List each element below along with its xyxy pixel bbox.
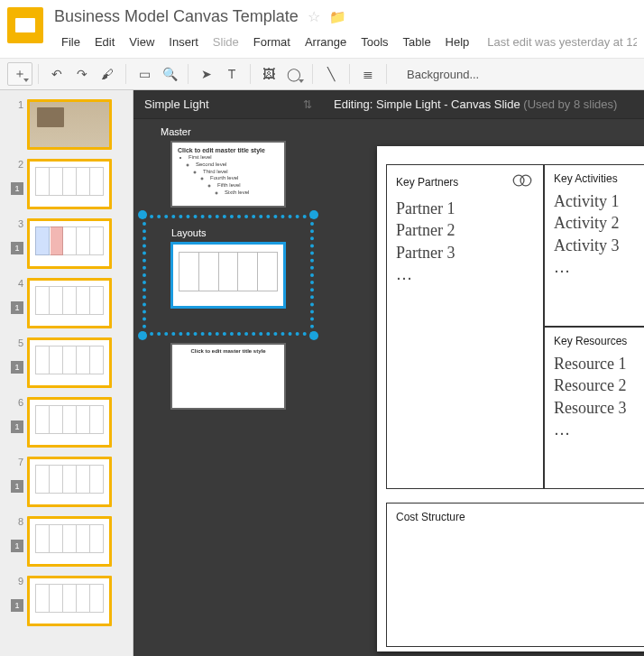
master-bullet: Fifth level bbox=[217, 182, 279, 189]
menu-view[interactable]: View bbox=[122, 32, 161, 52]
slide-number: 4 bbox=[7, 278, 23, 289]
slide-thumb[interactable]: 71 bbox=[0, 457, 133, 507]
menu-slide: Slide bbox=[206, 32, 246, 52]
zoom-button[interactable]: 🔍 bbox=[157, 62, 182, 86]
canvas-stage[interactable]: Key Partners Partner 1 Partner 2 Partner… bbox=[323, 119, 644, 656]
menu-help[interactable]: Help bbox=[438, 32, 477, 52]
last-edit-text[interactable]: Last edit was yesterday at 12:3 bbox=[487, 35, 637, 49]
slide-canvas[interactable]: Key Partners Partner 1 Partner 2 Partner… bbox=[377, 146, 644, 651]
master-bullet: Third level bbox=[203, 169, 279, 176]
slide-thumb[interactable]: 91 bbox=[0, 576, 133, 626]
layouts-section-label: Layouts bbox=[170, 220, 287, 242]
slide-number: 3 bbox=[7, 218, 23, 229]
comment-badge: 1 bbox=[11, 420, 23, 433]
slides-app-icon[interactable] bbox=[7, 7, 43, 43]
zoom-fit-button[interactable]: ▭ bbox=[132, 62, 157, 86]
selection-handle[interactable] bbox=[309, 210, 318, 219]
editing-prefix: Editing: bbox=[334, 97, 376, 111]
comment-badge: 1 bbox=[11, 361, 23, 374]
slide-number: 5 bbox=[7, 337, 23, 348]
bmc-item: Activity 2 bbox=[554, 212, 644, 234]
master-bullet: Second level bbox=[196, 162, 279, 169]
background-button[interactable]: Background... bbox=[401, 64, 484, 85]
bmc-item: Partner 1 bbox=[396, 198, 534, 219]
separator bbox=[188, 64, 189, 84]
comment-badge: 1 bbox=[11, 301, 23, 314]
titlebar: Business Model Canvas Template ☆ 📁 File … bbox=[0, 0, 644, 52]
star-icon[interactable]: ☆ bbox=[308, 8, 320, 25]
bmc-item: Activity 3 bbox=[554, 235, 644, 256]
menu-insert[interactable]: Insert bbox=[161, 32, 206, 52]
bmc-title: Cost Structure bbox=[396, 511, 465, 523]
menu-format[interactable]: Format bbox=[246, 32, 298, 52]
separator bbox=[250, 64, 251, 84]
comment-badge: 1 bbox=[11, 182, 23, 195]
bmc-key-partners[interactable]: Key Partners Partner 1 Partner 2 Partner… bbox=[386, 164, 544, 489]
bmc-key-resources[interactable]: Key Resources Resource 1 Resource 2 Reso… bbox=[544, 327, 644, 489]
slide-thumb[interactable]: 81 bbox=[0, 516, 133, 567]
bmc-item: Partner 3 bbox=[396, 242, 534, 263]
bmc-title: Key Partners bbox=[396, 176, 458, 189]
separator bbox=[349, 64, 350, 84]
slide-filmstrip[interactable]: 1 21 31 41 51 61 71 81 bbox=[0, 90, 133, 656]
separator bbox=[38, 64, 39, 84]
line-button[interactable]: ╲ bbox=[318, 62, 344, 86]
slide-thumb[interactable]: 31 bbox=[0, 218, 133, 269]
theme-selector[interactable]: Simple Light ⇅ bbox=[133, 90, 323, 119]
slide-thumb[interactable]: 51 bbox=[0, 337, 133, 388]
slide-thumb[interactable]: 41 bbox=[0, 278, 133, 328]
bmc-item: Resource 3 bbox=[554, 397, 644, 419]
align-button[interactable]: ≣ bbox=[355, 62, 381, 86]
layout-thumb-text: Click to edit master title style bbox=[172, 345, 284, 354]
edit-area: Editing: Simple Light - Canvas Slide (Us… bbox=[323, 90, 644, 656]
selection-handle[interactable] bbox=[138, 210, 147, 219]
select-tool-button[interactable]: ➤ bbox=[194, 62, 219, 86]
folder-icon[interactable]: 📁 bbox=[329, 9, 346, 25]
menu-edit[interactable]: Edit bbox=[87, 32, 122, 52]
slide-number: 6 bbox=[7, 397, 23, 408]
bmc-item: Activity 1 bbox=[554, 190, 644, 212]
separator bbox=[312, 64, 313, 84]
menubar: File Edit View Insert Slide Format Arran… bbox=[54, 32, 637, 52]
new-slide-button[interactable]: ＋ bbox=[7, 62, 32, 86]
bmc-item: … bbox=[554, 419, 644, 440]
svg-point-1 bbox=[520, 175, 531, 186]
bmc-item: Cost 2 bbox=[396, 550, 644, 572]
separator bbox=[386, 64, 387, 84]
selection-handle[interactable] bbox=[138, 331, 147, 340]
layout-thumb-title[interactable]: Click to edit master title style bbox=[170, 343, 286, 410]
bmc-item: … bbox=[554, 256, 644, 278]
slide-thumb[interactable]: 21 bbox=[0, 159, 133, 209]
slide-number: 1 bbox=[7, 99, 23, 110]
master-bullet: First level bbox=[189, 154, 279, 162]
master-thumb[interactable]: Click to edit master title style First l… bbox=[170, 141, 286, 208]
slide-number: 2 bbox=[7, 159, 23, 170]
sort-icon: ⇅ bbox=[303, 98, 312, 111]
menu-tools[interactable]: Tools bbox=[354, 32, 395, 52]
bmc-key-activities[interactable]: Key Activities Activity 1 Activity 2 Act… bbox=[544, 164, 644, 327]
comment-badge: 1 bbox=[11, 540, 23, 552]
shape-button[interactable]: ◯ bbox=[281, 62, 307, 86]
menu-arrange[interactable]: Arrange bbox=[298, 32, 354, 52]
toolbar: ＋ ↶ ↷ 🖌 ▭ 🔍 ➤ T 🖼 ◯ ╲ ≣ Background... bbox=[0, 58, 644, 90]
layout-selection[interactable]: Layouts bbox=[143, 215, 314, 336]
slide-number: 7 bbox=[7, 457, 23, 467]
bmc-item: Resource 1 bbox=[554, 353, 644, 374]
bmc-title: Key Activities bbox=[554, 172, 618, 185]
undo-button[interactable]: ↶ bbox=[44, 62, 69, 86]
layout-thumb-canvas[interactable] bbox=[170, 242, 286, 309]
image-button[interactable]: 🖼 bbox=[256, 62, 281, 86]
bmc-cost-structure[interactable]: Cost Structure Cost 1 Cost 2 bbox=[386, 503, 644, 647]
doc-title[interactable]: Business Model Canvas Template bbox=[54, 7, 299, 26]
comment-badge: 1 bbox=[11, 242, 23, 254]
redo-button[interactable]: ↷ bbox=[69, 62, 95, 86]
slide-thumb[interactable]: 1 bbox=[0, 99, 133, 150]
bmc-item: Cost 1 bbox=[396, 529, 644, 550]
editing-usage: (Used by 8 slides) bbox=[520, 97, 618, 111]
paint-format-button[interactable]: 🖌 bbox=[95, 62, 120, 86]
menu-table[interactable]: Table bbox=[396, 32, 438, 52]
menu-file[interactable]: File bbox=[54, 32, 87, 52]
selection-handle[interactable] bbox=[309, 331, 318, 340]
textbox-button[interactable]: T bbox=[219, 62, 244, 86]
slide-thumb[interactable]: 61 bbox=[0, 397, 133, 448]
